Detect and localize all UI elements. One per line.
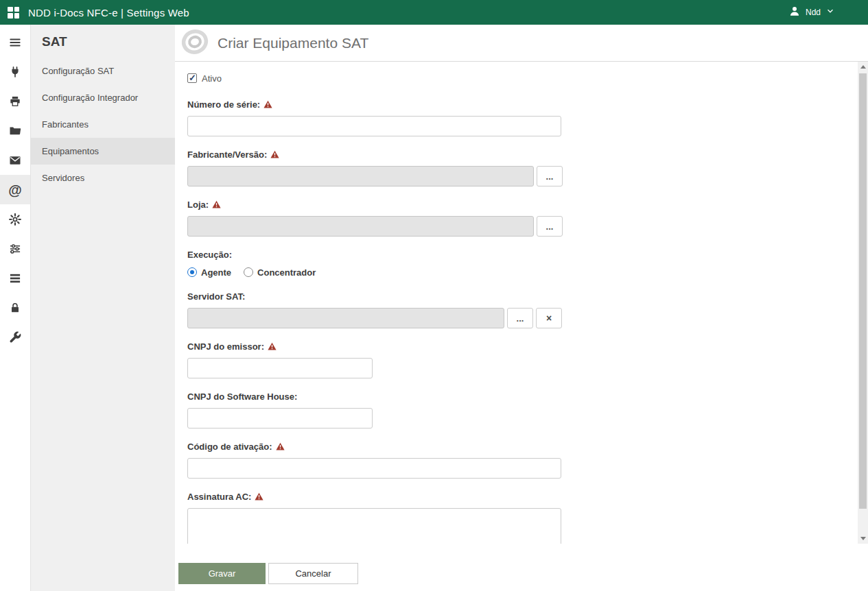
form-footer: Gravar Cancelar [175,544,868,591]
scrollbar-up-button[interactable] [858,62,868,72]
folder-icon[interactable] [0,116,30,145]
plug-icon[interactable] [0,57,30,86]
field-fabricante-versao: Fabricante/Versão: ... [187,149,868,186]
scrollbar[interactable] [858,62,868,544]
required-warning-icon [270,150,279,158]
field-codigo-ativacao: Código de ativação: [187,441,868,479]
user-menu[interactable]: Ndd [788,5,835,20]
ativo-checkbox[interactable] [187,73,197,83]
radio-selected-icon [187,267,197,277]
main-panel: Criar Equipamento SAT Ativo Número de sé… [175,25,868,591]
cnpj-emissor-label: CNPJ do emissor: [187,341,264,352]
numero-serie-input[interactable] [187,116,561,136]
fabricante-versao-input[interactable] [187,166,534,186]
sat-logo-icon [179,27,211,59]
sidebar-title: SAT [31,25,175,58]
radio-unselected-icon [244,267,253,277]
user-icon [788,5,801,20]
save-button[interactable]: Gravar [178,563,266,584]
loja-input[interactable] [187,216,534,237]
numero-serie-label: Número de série: [187,99,260,110]
sidebar: SAT Configuração SAT Configuração Integr… [31,25,175,591]
field-execucao: Execução: Agente Concentrador [187,249,868,278]
app-grid-icon[interactable] [8,7,19,19]
scrollbar-track[interactable] [858,72,868,533]
gear-icon[interactable] [0,204,30,234]
cnpj-software-house-input[interactable] [187,408,373,429]
required-warning-icon [276,442,285,450]
field-cnpj-software-house: CNPJ do Software House: [187,391,868,429]
cnpj-software-house-label: CNPJ do Software House: [187,391,297,402]
servidor-sat-label: Servidor SAT: [187,291,245,302]
user-name: Ndd [806,8,821,17]
at-icon[interactable]: @ [0,175,30,204]
stack-icon[interactable] [0,263,30,293]
assinatura-ac-label: Assinatura AC: [187,492,251,502]
required-warning-icon [255,492,263,500]
fabricante-versao-lookup-button[interactable]: ... [537,166,563,186]
field-servidor-sat: Servidor SAT: ... × [187,291,868,328]
required-warning-icon [263,100,272,108]
sidebar-item-fabricantes[interactable]: Fabricantes [31,111,175,138]
codigo-ativacao-input[interactable] [187,458,561,479]
form-scroll-region: Ativo Número de série: Fabricante/Versão… [175,62,868,544]
fabricante-versao-label: Fabricante/Versão: [187,149,267,160]
scrollbar-thumb[interactable] [859,73,867,509]
servidor-sat-input[interactable] [187,308,504,328]
field-assinatura-ac: Assinatura AC: [187,491,868,544]
equipamento-form: Ativo Número de série: Fabricante/Versão… [175,62,868,544]
icon-rail: @ [0,25,31,591]
execucao-label: Execução: [187,250,232,260]
field-loja: Loja: ... [187,199,868,237]
app-title: NDD i-Docs NFC-e | Settings Web [28,7,189,19]
sliders-icon[interactable] [0,234,30,263]
codigo-ativacao-label: Código de ativação: [187,442,272,452]
topbar: NDD i-Docs NFC-e | Settings Web Ndd [0,0,868,25]
agente-radio-label: Agente [201,267,231,278]
field-cnpj-emissor: CNPJ do emissor: [187,341,868,378]
loja-lookup-button[interactable]: ... [537,216,563,237]
sidebar-item-equipamentos[interactable]: Equipamentos [31,138,175,165]
required-warning-icon [212,200,221,208]
arrow-down-icon [860,537,866,540]
concentrador-radio-label: Concentrador [257,267,316,278]
servidor-sat-clear-button[interactable]: × [536,308,562,328]
wrench-icon[interactable] [0,322,30,352]
menu-icon[interactable] [0,27,30,57]
printer-icon[interactable] [0,86,30,116]
assinatura-ac-textarea[interactable] [187,508,561,544]
lock-icon[interactable] [0,293,30,322]
ativo-label: Ativo [202,73,222,84]
loja-label: Loja: [187,200,209,210]
cnpj-emissor-input[interactable] [187,358,373,378]
page-title: Criar Equipamento SAT [218,35,368,51]
page-header: Criar Equipamento SAT [175,25,868,62]
scrollbar-down-button[interactable] [858,533,868,544]
sidebar-item-configuracao-integrador[interactable]: Configuração Integrador [31,84,175,111]
cancel-button[interactable]: Cancelar [268,563,358,584]
execucao-radio-concentrador[interactable]: Concentrador [244,267,316,278]
ativo-row: Ativo [187,73,868,84]
required-warning-icon [268,342,277,350]
sidebar-item-configuracao-sat[interactable]: Configuração SAT [31,58,175,84]
execucao-radio-agente[interactable]: Agente [187,267,231,278]
sidebar-item-servidores[interactable]: Servidores [31,165,175,191]
arrow-up-icon [860,65,866,69]
servidor-sat-lookup-button[interactable]: ... [507,308,533,328]
chevron-down-icon [825,6,835,19]
mail-icon[interactable] [0,145,30,175]
field-numero-serie: Número de série: [187,99,868,136]
